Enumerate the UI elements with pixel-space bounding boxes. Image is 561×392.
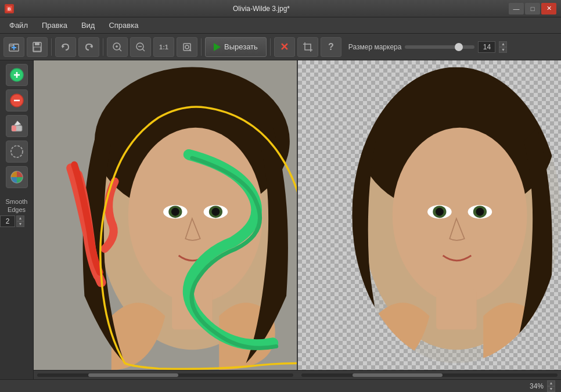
zoom-in-button[interactable] bbox=[107, 37, 128, 57]
right-photo-svg bbox=[298, 60, 561, 370]
menu-edit[interactable]: Правка bbox=[35, 19, 74, 32]
svg-point-34 bbox=[171, 208, 179, 216]
eraser-icon bbox=[9, 118, 24, 134]
window-controls: — □ ✕ bbox=[509, 3, 556, 15]
minimize-button[interactable]: — bbox=[509, 3, 524, 15]
background-tool-button[interactable] bbox=[6, 89, 28, 112]
left-canvas-panel[interactable] bbox=[34, 60, 298, 370]
svg-point-25 bbox=[11, 146, 23, 157]
zoom-spin-down[interactable]: ▼ bbox=[547, 386, 555, 392]
save-icon bbox=[31, 41, 43, 53]
zoom-spin-up[interactable]: ▲ bbox=[547, 380, 555, 386]
eraser-tool-button[interactable] bbox=[6, 115, 28, 137]
svg-point-49 bbox=[476, 208, 484, 216]
palette-icon bbox=[9, 170, 24, 185]
maximize-button[interactable]: □ bbox=[525, 3, 540, 15]
marker-size-section: Размер маркера 14 ▲ ▼ bbox=[348, 41, 508, 53]
marker-slider-thumb bbox=[455, 43, 463, 51]
redo-icon bbox=[83, 41, 95, 53]
svg-point-16 bbox=[185, 45, 189, 49]
zoom-level: 34% bbox=[530, 382, 544, 390]
play-icon bbox=[214, 43, 221, 51]
undo-icon bbox=[60, 41, 71, 53]
toolbar-separator-2 bbox=[103, 38, 103, 56]
left-scrollbar-thumb[interactable] bbox=[88, 373, 178, 377]
marker-slider[interactable] bbox=[405, 45, 474, 49]
svg-rect-24 bbox=[12, 125, 16, 131]
svg-point-37 bbox=[211, 208, 220, 216]
menu-view[interactable]: Вид bbox=[74, 19, 102, 32]
foreground-tool-button[interactable] bbox=[6, 64, 28, 86]
left-scrollbar[interactable] bbox=[34, 371, 297, 379]
marker-spin-up[interactable]: ▲ bbox=[499, 41, 507, 47]
smooth-up-button[interactable]: ▲ bbox=[16, 215, 24, 221]
crop-icon bbox=[302, 41, 314, 53]
zoom-100-button[interactable]: 1:1 bbox=[153, 37, 174, 57]
smooth-edges-section: Smooth Edges 2 ▲ ▼ bbox=[0, 195, 33, 227]
zoom-fit-icon bbox=[181, 41, 193, 53]
menu-bar: Файл Правка Вид Справка bbox=[0, 17, 561, 34]
palette-tool-button[interactable] bbox=[6, 166, 28, 188]
svg-point-46 bbox=[436, 208, 444, 216]
marker-spin: ▲ ▼ bbox=[499, 41, 507, 53]
title-bar: B Olivia-Wilde 3.jpg* — □ ✕ bbox=[0, 0, 561, 17]
smooth-down-button[interactable]: ▼ bbox=[16, 221, 24, 227]
svg-text:B: B bbox=[8, 6, 11, 12]
toolbar-separator-1 bbox=[51, 38, 52, 56]
menu-help[interactable]: Справка bbox=[102, 19, 145, 32]
panels-scrollbars bbox=[34, 370, 561, 379]
help-button[interactable]: ? bbox=[321, 37, 341, 57]
circle-icon bbox=[9, 144, 24, 159]
crop-button[interactable] bbox=[297, 37, 318, 57]
left-photo-svg bbox=[34, 60, 297, 370]
main-content: Smooth Edges 2 ▲ ▼ bbox=[0, 60, 561, 379]
open-button[interactable] bbox=[3, 37, 24, 57]
toolbar-separator-4 bbox=[270, 38, 271, 56]
save-button[interactable] bbox=[27, 37, 48, 57]
zoom-fit-button[interactable] bbox=[177, 37, 197, 57]
svg-point-42 bbox=[393, 128, 527, 303]
svg-rect-5 bbox=[34, 47, 41, 51]
zoom-out-icon bbox=[135, 41, 146, 53]
marker-size-label: Размер маркера bbox=[348, 43, 402, 51]
smooth-edges-label: Smooth Edges bbox=[0, 197, 33, 214]
canvas-area bbox=[34, 60, 561, 379]
right-scrollbar-track bbox=[301, 373, 558, 377]
red-minus-icon bbox=[9, 93, 24, 108]
window-title: Olivia-Wilde 3.jpg* bbox=[14, 5, 509, 13]
right-scrollbar[interactable] bbox=[297, 371, 561, 379]
right-canvas-panel[interactable] bbox=[298, 60, 561, 370]
zoom-out-button[interactable] bbox=[130, 37, 151, 57]
smooth-edges-input[interactable]: 2 bbox=[0, 215, 15, 227]
redo-button[interactable] bbox=[78, 37, 99, 57]
marker-value: 14 bbox=[478, 41, 495, 53]
app-icon: B bbox=[5, 4, 14, 13]
undo-button[interactable] bbox=[55, 37, 76, 57]
smooth-edges-spin: ▲ ▼ bbox=[16, 215, 24, 227]
green-plus-icon bbox=[9, 67, 24, 82]
canvas-panels bbox=[34, 60, 561, 370]
zoom-in-icon bbox=[112, 41, 123, 53]
run-button-label: Вырезать bbox=[224, 42, 258, 51]
svg-rect-4 bbox=[35, 42, 39, 45]
toolbar: 1:1 Вырезать ✕ ? Размер маркера 14 ▲ ▼ bbox=[0, 34, 561, 60]
svg-line-11 bbox=[119, 49, 121, 51]
cancel-button[interactable]: ✕ bbox=[274, 37, 295, 57]
svg-line-14 bbox=[142, 49, 145, 51]
left-toolbar: Smooth Edges 2 ▲ ▼ bbox=[0, 60, 34, 379]
open-icon bbox=[8, 41, 20, 53]
right-scrollbar-thumb[interactable] bbox=[353, 373, 442, 377]
run-button[interactable]: Вырезать bbox=[205, 37, 267, 57]
toolbar-separator-3 bbox=[201, 38, 202, 56]
circle-tool-button[interactable] bbox=[6, 141, 28, 163]
status-bar: 34% ▲ ▼ bbox=[0, 379, 561, 392]
smooth-edges-control: 2 ▲ ▼ bbox=[0, 215, 33, 227]
menu-file[interactable]: Файл bbox=[2, 19, 35, 32]
zoom-spin: ▲ ▼ bbox=[547, 380, 555, 392]
close-button[interactable]: ✕ bbox=[541, 3, 556, 15]
svg-rect-43 bbox=[436, 289, 477, 330]
left-scrollbar-track bbox=[37, 373, 293, 377]
marker-spin-down[interactable]: ▼ bbox=[499, 47, 507, 53]
